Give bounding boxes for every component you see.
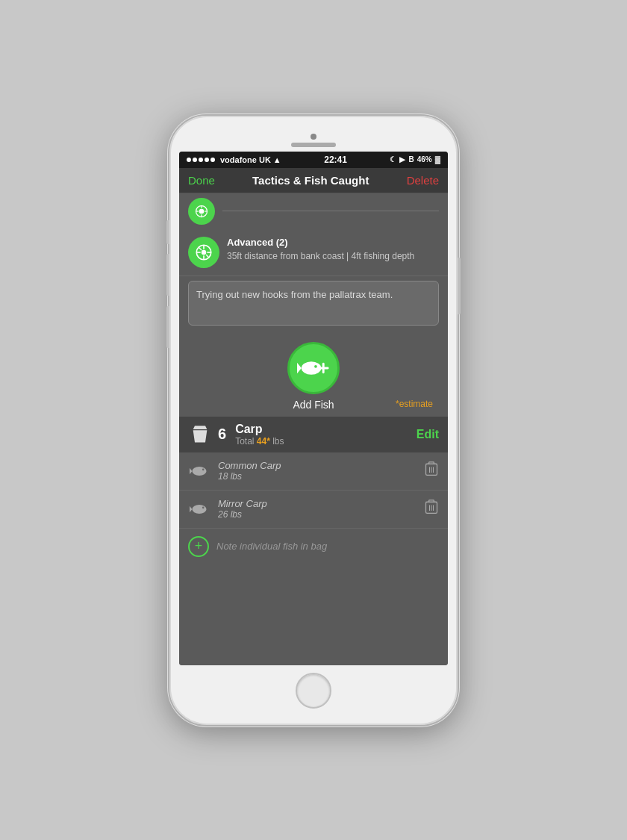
svg-line-13: [206, 255, 209, 258]
status-bar: vodafone UK ▲ 22:41 ☾ ▶ B 46% ▓: [179, 152, 448, 168]
svg-point-21: [202, 468, 205, 470]
battery-label: 46%: [417, 155, 432, 164]
advanced-info: Advanced (2) 35ft distance from bank coa…: [227, 237, 414, 263]
fish-item-weight: 18 lbs: [218, 471, 417, 482]
fish-item-name: Mirror Carp: [218, 498, 417, 509]
edit-button[interactable]: Edit: [417, 428, 439, 441]
phone-screen: vodafone UK ▲ 22:41 ☾ ▶ B 46% ▓ Done Tac…: [179, 152, 448, 665]
advanced-detail: 35ft distance from bank coast | 4ft fish…: [227, 250, 414, 263]
fish-total: Total 44* lbs: [235, 436, 284, 447]
add-fish-section: Add Fish *estimate: [179, 330, 448, 417]
location-icon: ▶: [399, 155, 405, 164]
silent-switch: [166, 220, 169, 244]
time-display: 22:41: [324, 155, 347, 165]
volume-down-button: [166, 306, 169, 348]
svg-point-18: [314, 364, 317, 367]
advanced-section: Advanced (2) 35ft distance from bank coa…: [179, 229, 448, 276]
svg-point-7: [202, 249, 207, 255]
fish-species-icon: [188, 498, 210, 520]
nav-title: Tactics & Fish Caught: [252, 174, 369, 187]
fish-species-icon: [188, 460, 210, 482]
individual-label: Note individual fish in bag: [216, 541, 327, 552]
power-button: [458, 258, 461, 314]
delete-button[interactable]: Delete: [407, 174, 439, 187]
svg-point-1: [199, 208, 205, 214]
signal-dots: [187, 158, 215, 162]
moon-icon: ☾: [390, 155, 396, 164]
status-right: ☾ ▶ B 46% ▓: [390, 155, 440, 164]
phone-top: [169, 126, 458, 152]
wifi-icon: ▲: [273, 155, 281, 164]
bluetooth-icon: B: [408, 155, 414, 164]
done-button[interactable]: Done: [188, 174, 215, 187]
add-fish-button[interactable]: [287, 342, 340, 394]
svg-marker-15: [297, 362, 302, 373]
camera-dot: [311, 134, 316, 140]
add-fish-label: Add Fish: [293, 399, 334, 411]
carrier-label: vodafone UK: [220, 155, 271, 164]
home-button[interactable]: [296, 673, 331, 709]
fish-name: Carp: [235, 423, 284, 436]
fish-name-weight: Carp Total 44* lbs: [235, 423, 284, 447]
estimate-label: *estimate: [396, 399, 433, 409]
bag-icon: [188, 423, 212, 447]
fish-item-weight: 26 lbs: [218, 509, 417, 520]
fish-bag-header: 6 Carp Total 44* lbs Edit: [179, 417, 448, 452]
svg-point-19: [192, 466, 206, 475]
status-left: vodafone UK ▲: [187, 155, 281, 164]
list-item: Common Carp 18 lbs: [179, 452, 448, 491]
svg-marker-31: [190, 505, 192, 512]
fish-item-info: Common Carp 18 lbs: [218, 460, 417, 482]
list-item: Mirror Carp 26 lbs: [179, 491, 448, 529]
svg-point-30: [192, 504, 206, 513]
top-divider-row: [179, 193, 448, 229]
top-divider-line: [222, 211, 439, 211]
svg-line-12: [199, 247, 202, 250]
add-individual-button[interactable]: +: [188, 536, 209, 557]
svg-marker-20: [190, 467, 192, 474]
advanced-icon: [188, 237, 219, 268]
fish-list: Common Carp 18 lbs: [179, 452, 448, 564]
phone-bottom: [296, 665, 331, 715]
battery-icon: ▓: [435, 155, 440, 164]
delete-fish-icon[interactable]: [424, 499, 439, 519]
volume-up-button: [166, 254, 169, 296]
speaker: [291, 143, 336, 147]
delete-fish-icon[interactable]: [424, 461, 439, 481]
add-individual-row: + Note individual fish in bag: [179, 529, 448, 564]
nav-bar: Done Tactics & Fish Caught Delete: [179, 168, 448, 193]
svg-point-32: [202, 506, 205, 508]
fish-item-info: Mirror Carp 26 lbs: [218, 498, 417, 520]
advanced-title: Advanced (2): [227, 237, 414, 248]
phone-frame: vodafone UK ▲ 22:41 ☾ ▶ B 46% ▓ Done Tac…: [168, 114, 459, 727]
notes-box[interactable]: Trying out new hooks from the pallatrax …: [188, 281, 439, 326]
fish-item-name: Common Carp: [218, 460, 417, 471]
fish-count: 6: [218, 426, 226, 443]
tactics-icon-small: [188, 198, 215, 225]
content-area: Advanced (2) 35ft distance from bank coa…: [179, 193, 448, 665]
